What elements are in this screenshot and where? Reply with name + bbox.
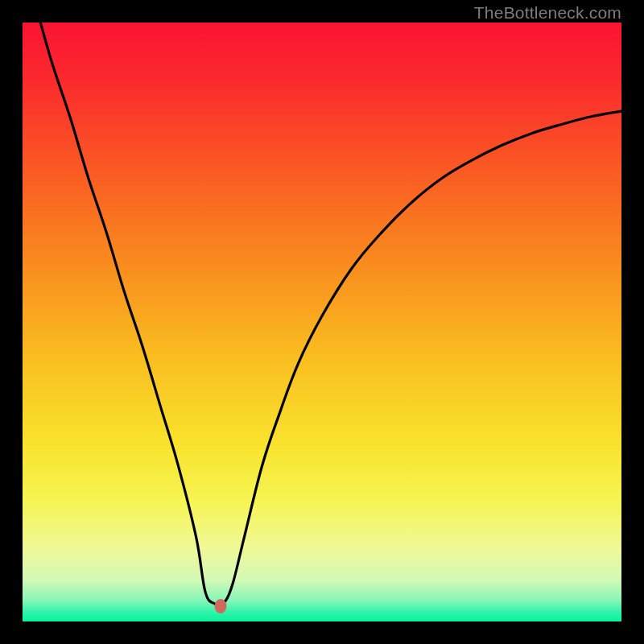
watermark-text: TheBottleneck.com (474, 3, 621, 23)
bottleneck-curve (23, 23, 621, 621)
chart-stage: TheBottleneck.com (0, 0, 644, 644)
minimum-marker (214, 599, 226, 613)
plot-frame (23, 23, 621, 621)
